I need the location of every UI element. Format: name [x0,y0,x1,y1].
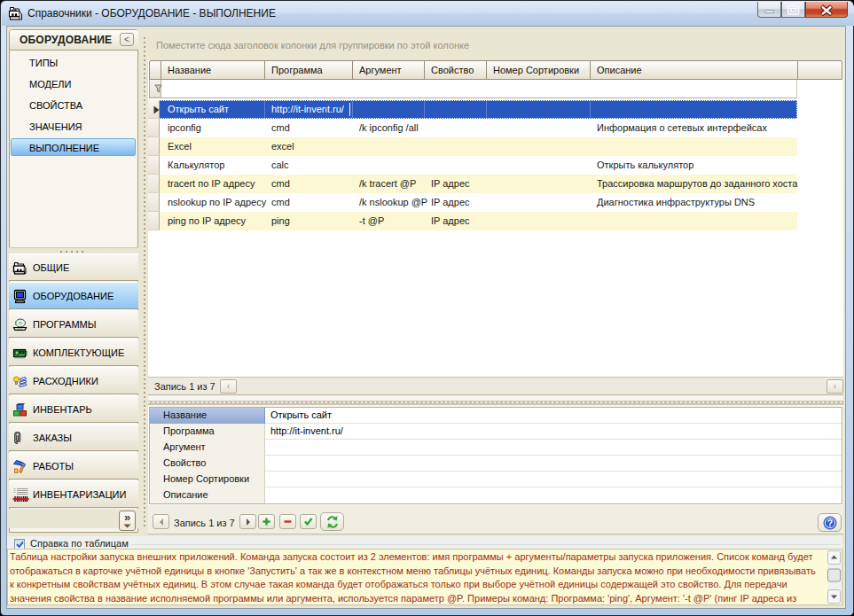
svg-text:?: ? [827,518,832,528]
